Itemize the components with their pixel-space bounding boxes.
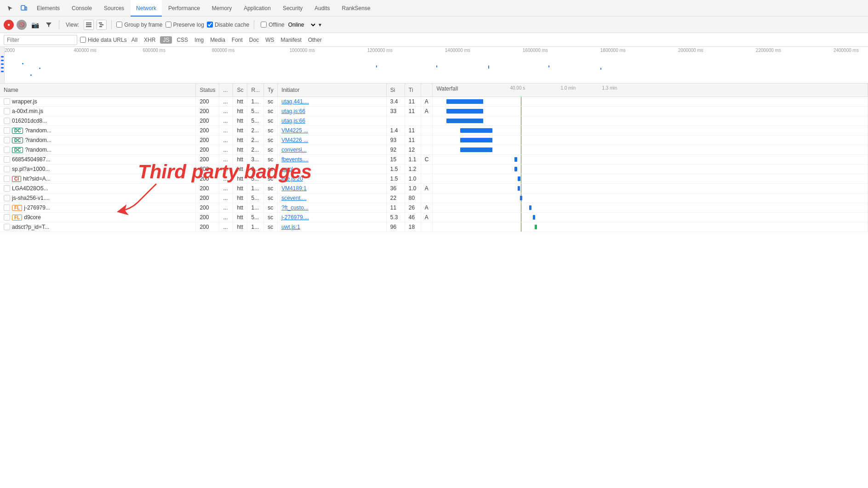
cell-initiator-link[interactable]: utag.441....: [281, 98, 309, 105]
tab-audits[interactable]: Audits: [309, 0, 335, 17]
table-row[interactable]: js-sha256-v1....200...htt5...scscevent..…: [0, 193, 868, 203]
cell-x: [421, 116, 433, 126]
table-row[interactable]: DC?random...200...htt2...scVM4225 ...1.4…: [0, 126, 868, 136]
filter-doc[interactable]: Doc: [247, 36, 261, 44]
group-by-frame-label[interactable]: Group by frame: [116, 22, 162, 28]
filter-xhr[interactable]: XHR: [142, 36, 157, 44]
cell-dots: ...: [219, 126, 233, 136]
row-checkbox[interactable]: [4, 224, 10, 230]
row-checkbox[interactable]: [4, 156, 10, 163]
cell-time: [405, 116, 421, 126]
row-checkbox[interactable]: [4, 166, 10, 172]
hide-data-urls-label[interactable]: Hide data URLs: [80, 37, 127, 43]
cell-scheme: htt: [233, 165, 247, 174]
row-checkbox[interactable]: [4, 118, 10, 124]
device-toolbar-icon[interactable]: [17, 2, 30, 15]
disable-cache-checkbox[interactable]: [207, 22, 213, 28]
row-checkbox[interactable]: [4, 98, 10, 105]
cell-initiator-link[interactable]: VM4226 ...: [281, 137, 308, 143]
table-row[interactable]: DC?random...200...htt2...scconversi...92…: [0, 145, 868, 155]
tab-application[interactable]: Application: [238, 0, 276, 17]
filter-css[interactable]: CSS: [175, 36, 190, 44]
filter-icon[interactable]: [43, 19, 54, 30]
disable-cache-label[interactable]: Disable cache: [207, 22, 249, 28]
cell-initiator: utag.441....: [278, 97, 387, 107]
cell-time: 1.2: [405, 165, 421, 174]
row-checkbox[interactable]: [4, 147, 10, 153]
table-row[interactable]: FLd9core200...htt5...scj-276979....5.346…: [0, 213, 868, 222]
cell-initiator-link[interactable]: VM4225 ...: [281, 127, 308, 134]
table-row[interactable]: LGA4D28O5...200...htt1...scVM4189:1361.0…: [0, 184, 868, 193]
ruler-mark-5: 1200000 ms: [367, 48, 393, 53]
cell-remote: 5...: [247, 107, 264, 116]
network-table[interactable]: Name Status ... Sc R... Ty Initiator Si …: [0, 84, 868, 488]
group-by-frame-checkbox[interactable]: [116, 22, 122, 28]
cell-initiator-link[interactable]: scevent....: [281, 195, 307, 201]
tab-memory[interactable]: Memory: [206, 0, 237, 17]
tab-ranksense[interactable]: RankSense: [337, 0, 376, 17]
cell-status: 200: [196, 193, 219, 203]
row-checkbox[interactable]: [4, 185, 10, 192]
tab-console[interactable]: Console: [66, 0, 97, 17]
tab-sources[interactable]: Sources: [98, 0, 130, 17]
col-remote-header: R...: [247, 84, 264, 97]
tab-security[interactable]: Security: [277, 0, 308, 17]
table-row[interactable]: a-00xf.min.js200...htt5...scutag.js:6633…: [0, 107, 868, 116]
list-view-icon[interactable]: [84, 20, 94, 30]
filter-all[interactable]: All: [130, 36, 139, 44]
tab-performance[interactable]: Performance: [163, 0, 206, 17]
hide-data-urls-checkbox[interactable]: [80, 37, 86, 43]
row-checkbox[interactable]: [4, 108, 10, 114]
table-row[interactable]: wrapper.js200...htt1...scutag.441....3.4…: [0, 97, 868, 107]
cell-initiator-link[interactable]: live.js:20: [281, 176, 303, 182]
cell-initiator-link[interactable]: j-276979....: [281, 214, 309, 221]
cell-type: sc: [264, 174, 278, 184]
record-button[interactable]: ●: [4, 20, 14, 30]
throttle-select[interactable]: Online Fast 3G Slow 3G Offline: [286, 21, 317, 28]
row-checkbox[interactable]: [4, 214, 10, 221]
tab-network[interactable]: Network: [131, 0, 162, 17]
offline-checkbox[interactable]: [261, 22, 267, 28]
preserve-log-label[interactable]: Preserve log: [166, 22, 204, 28]
cell-initiator-link[interactable]: uwt.js:1: [281, 224, 300, 230]
table-row[interactable]: FLj-276979...200...htt1...sc?ft_custo...…: [0, 203, 868, 213]
waterfall-view-icon[interactable]: [97, 20, 107, 30]
cell-initiator-link[interactable]: sp.pl: [281, 166, 293, 172]
row-checkbox[interactable]: [4, 176, 10, 182]
row-checkbox[interactable]: [4, 195, 10, 201]
svg-rect-7: [99, 26, 102, 27]
row-checkbox[interactable]: [4, 137, 10, 143]
cell-initiator-link[interactable]: VM4189:1: [281, 185, 307, 192]
filter-js[interactable]: JS: [160, 36, 172, 44]
table-row[interactable]: CIhit?sid=A...200...htt5...sclive.js:201…: [0, 174, 868, 184]
camera-icon[interactable]: 📷: [29, 19, 40, 30]
table-row[interactable]: 66854504987...200...htt3...scfbevents...…: [0, 155, 868, 165]
cell-initiator-link[interactable]: utag.js:66: [281, 108, 305, 114]
filter-img[interactable]: Img: [193, 36, 206, 44]
cell-remote: 2...: [247, 145, 264, 155]
tab-elements[interactable]: Elements: [31, 0, 65, 17]
filter-ws[interactable]: WS: [263, 36, 276, 44]
table-row[interactable]: sp.pl?a=1000...200...htt9...scsp.pl1.51.…: [0, 165, 868, 174]
row-checkbox[interactable]: [4, 204, 10, 211]
filter-media[interactable]: Media: [208, 36, 227, 44]
cursor-icon[interactable]: [4, 2, 17, 15]
table-row[interactable]: 016201dcd8...200...htt5...scutag.js:66: [0, 116, 868, 126]
cell-initiator-link[interactable]: utag.js:66: [281, 118, 305, 124]
cell-initiator-link[interactable]: ?ft_custo...: [281, 204, 308, 211]
row-checkbox[interactable]: [4, 127, 10, 134]
preserve-log-checkbox[interactable]: [166, 22, 171, 28]
filter-font[interactable]: Font: [230, 36, 245, 44]
cell-type: sc: [264, 165, 278, 174]
filter-input[interactable]: [4, 35, 77, 45]
filter-manifest[interactable]: Manifest: [279, 36, 303, 44]
cell-initiator-link[interactable]: fbevents....: [281, 156, 308, 163]
cell-initiator-link[interactable]: conversi...: [281, 147, 307, 153]
clear-button[interactable]: 🚫: [17, 20, 27, 30]
offline-label[interactable]: Offline: [261, 22, 284, 28]
filter-other[interactable]: Other: [306, 36, 324, 44]
cell-time: 18: [405, 222, 421, 232]
waterfall-bar: [460, 138, 492, 142]
table-row[interactable]: adsct?p_id=T...200...htt1...scuwt.js:196…: [0, 222, 868, 232]
table-row[interactable]: DC?random...200...htt2...scVM4226 ...931…: [0, 136, 868, 145]
